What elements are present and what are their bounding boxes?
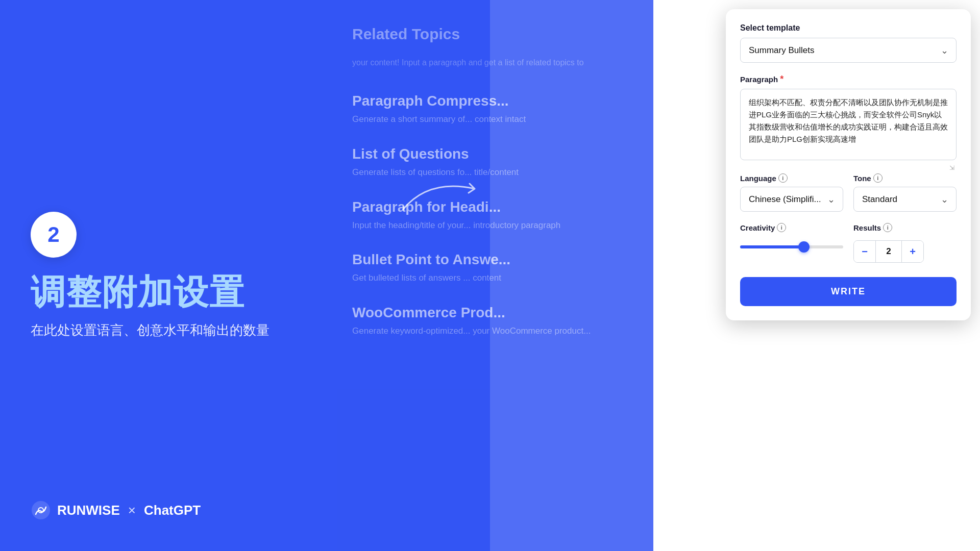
language-info-icon[interactable]: i <box>778 173 788 183</box>
results-decrement-button[interactable]: − <box>854 241 875 262</box>
language-field: Language i Chinese (Simplifi... English … <box>740 173 843 212</box>
results-increment-button[interactable]: + <box>902 241 923 262</box>
template-list-background: Related Topics your content! Input a par… <box>337 0 653 551</box>
results-info-icon[interactable]: i <box>883 223 892 232</box>
template-desc-1: Generate a short summary of... context i… <box>352 113 638 126</box>
creativity-label-text: Creativity <box>740 223 775 232</box>
related-topics-header: Related Topics <box>352 26 638 43</box>
language-tone-row: Language i Chinese (Simplifi... English … <box>740 173 957 212</box>
resize-handle-icon: ⇲ <box>949 164 954 171</box>
tone-label-text: Tone <box>853 174 871 183</box>
logo-x: × <box>128 503 136 518</box>
related-topics-desc: your content! Input a paragraph and get … <box>352 58 638 67</box>
template-item-paragraph-compress: Paragraph Compress... Generate a short s… <box>352 93 638 126</box>
step-number: 2 <box>47 222 59 247</box>
creativity-info-icon[interactable]: i <box>777 223 786 232</box>
tone-field: Tone i Standard Formal Casual ⌄ <box>853 173 957 212</box>
template-item-bullet-point: Bullet Point to Answe... Get bulleted li… <box>352 252 638 284</box>
paragraph-field-label: Paragraph * <box>740 74 957 85</box>
results-stepper: − + <box>853 240 924 263</box>
tone-select[interactable]: Standard Formal Casual <box>853 187 957 212</box>
runwise-logo-icon <box>31 500 51 520</box>
creativity-slider-fill <box>740 245 804 248</box>
logo-bar: RUNWISE × ChatGPT <box>31 500 201 520</box>
results-label: Results i <box>853 223 957 232</box>
left-content: 2 调整附加设置 在此处设置语言、创意水平和输出的数量 <box>0 0 337 551</box>
creativity-label: Creativity i <box>740 223 843 232</box>
tone-label: Tone i <box>853 173 957 183</box>
template-title-4: Bullet Point to Answe... <box>352 252 638 268</box>
subtitle: 在此处设置语言、创意水平和输出的数量 <box>31 321 306 339</box>
creativity-slider-thumb[interactable] <box>798 241 810 253</box>
svg-point-0 <box>32 501 50 519</box>
language-select-wrapper: Chinese (Simplifi... English Spanish ⌄ <box>740 187 843 212</box>
language-label: Language i <box>740 173 843 183</box>
paragraph-label-text: Paragraph <box>740 75 778 84</box>
template-title-5: WooCommerce Prod... <box>352 305 638 321</box>
results-field: Results i − + <box>853 223 957 263</box>
write-button[interactable]: WRITE <box>740 277 957 306</box>
tone-select-wrapper: Standard Formal Casual ⌄ <box>853 187 957 212</box>
settings-panel: Select template Summary Bullets Paragrap… <box>726 9 971 320</box>
step-circle: 2 <box>31 212 77 258</box>
tone-info-icon[interactable]: i <box>873 173 883 183</box>
select-template-label: Select template <box>740 23 957 33</box>
arrow-overlay <box>398 173 500 216</box>
results-label-text: Results <box>853 223 881 232</box>
template-select-wrapper: Summary Bullets Paragraph Compress List … <box>740 38 957 63</box>
main-title: 调整附加设置 <box>31 273 306 311</box>
language-label-text: Language <box>740 174 776 183</box>
template-item-woocommerce: WooCommerce Prod... Generate keyword-opt… <box>352 305 638 337</box>
logo-runwise-text: RUNWISE <box>57 503 120 518</box>
template-select[interactable]: Summary Bullets Paragraph Compress List … <box>740 38 957 63</box>
template-title-1: Paragraph Compress... <box>352 93 638 109</box>
creativity-slider-container <box>740 236 843 248</box>
creativity-results-row: Creativity i Results i − + <box>740 223 957 263</box>
template-title-2: List of Questions <box>352 146 638 162</box>
template-desc-3: Input the heading/title of your... intro… <box>352 219 638 232</box>
paragraph-textarea[interactable]: 组织架构不匹配、权责分配不清晰以及团队协作无机制是推进PLG业务面临的三大核心挑… <box>740 89 957 160</box>
results-value-input[interactable] <box>875 241 902 262</box>
logo-chatgpt-text: ChatGPT <box>144 503 201 518</box>
creativity-field: Creativity i <box>740 223 843 248</box>
creativity-slider-track <box>740 245 843 248</box>
required-indicator: * <box>780 74 783 85</box>
template-desc-5: Generate keyword-optimized... your WooCo… <box>352 325 638 337</box>
language-select[interactable]: Chinese (Simplifi... English Spanish <box>740 187 843 212</box>
template-desc-4: Get bulleted lists of answers ... conten… <box>352 272 638 284</box>
